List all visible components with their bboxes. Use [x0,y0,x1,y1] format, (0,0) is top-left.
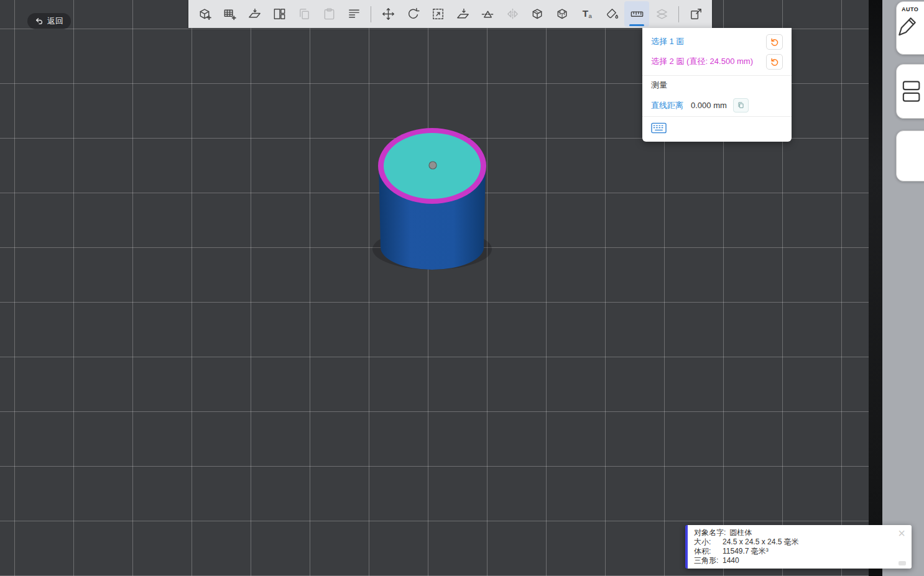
selection-1-label: 选择 1 面 [651,36,684,47]
copy-icon [737,101,745,109]
assembly-icon [655,7,669,21]
toolbar-arrange-button[interactable] [267,1,292,27]
collapse-handle-icon[interactable] [899,561,906,565]
toolbar-paint-button[interactable] [599,1,624,27]
toolbar-mirror-button [500,1,525,27]
back-arrow-icon [35,17,44,25]
main-toolbar: Ta [188,0,712,28]
cut-icon [481,7,495,21]
selection-2-label: 选择 2 圆 (直径: 24.500 mm) [651,56,753,67]
svg-text:a: a [588,12,592,19]
split-objects-icon [530,7,545,21]
object-info-panel: × 对象名字:圆柱体 大小:24.5 x 24.5 x 24.5 毫米 体积:1… [685,525,912,569]
toolbar-split-parts-button[interactable] [550,1,575,27]
cylinder-object[interactable] [348,112,522,280]
rotate-icon [406,7,420,21]
center-point-marker [429,162,437,169]
arrange-icon [272,7,287,21]
measure-panel: 选择 1 面 选择 2 圆 (直径: 24.500 mm) 测量 直线距离 0.… [642,28,792,142]
plates-stack-icon [902,80,923,103]
reset-selection-2-button[interactable] [766,54,783,70]
text-icon: Ta [580,7,594,21]
distance-value: 0.000 mm [691,101,727,110]
info-value: 圆柱体 [729,528,752,537]
split-parts-icon [555,7,570,21]
selection-2-row: 选择 2 圆 (直径: 24.500 mm) [651,52,783,71]
plate-plus-icon [223,7,237,21]
back-button-label: 返回 [47,16,63,27]
divider [642,75,792,76]
info-row-volume: 体积:11549.7 毫米³ [694,547,905,556]
measure-section-title: 测量 [651,80,783,91]
toolbar-text-button[interactable]: Ta [575,1,599,27]
info-value: 24.5 x 24.5 x 24.5 毫米 [723,537,799,546]
info-value: 11549.7 毫米³ [723,547,769,555]
export-icon [689,7,703,21]
svg-text:T: T [582,8,588,19]
auto-label: AUTO [902,6,924,12]
toolbar-paste-button [316,1,341,27]
plate-edge [869,0,882,576]
sidebar-panel-button[interactable] [896,130,924,181]
scale-icon [431,7,445,21]
paint-bucket-icon [605,7,619,21]
copy-icon [297,7,312,21]
reset-selection-1-button[interactable] [766,34,783,50]
toolbar-assembly-button [649,1,674,27]
toolbar-rotate-button[interactable] [400,1,425,27]
divider [642,116,792,117]
toolbar-add-object-button[interactable] [192,1,217,27]
info-value: 1440 [723,556,739,565]
mirror-icon [506,7,520,21]
toolbar-scale-button[interactable] [425,1,450,27]
info-row-triangles: 三角形:1440 [694,556,905,565]
distance-row: 直线距离 0.000 mm [651,98,783,112]
toolbar-auto-orient-button[interactable] [242,1,267,27]
orient-icon [247,7,262,21]
info-row-size: 大小:24.5 x 24.5 x 24.5 毫米 [694,537,905,547]
toolbar-customize-button[interactable] [683,1,708,27]
toolbar-move-button[interactable] [376,1,400,27]
distance-label[interactable]: 直线距离 [651,100,683,111]
toolbar-divider [678,6,679,22]
toolbar-split-objects-button[interactable] [525,1,550,27]
place-face-icon [456,7,470,21]
undo-icon [770,37,779,47]
sidebar-auto-button[interactable]: AUTO [896,1,924,55]
info-label: 三角形: [694,556,719,565]
toolbar-place-on-face-button[interactable] [450,1,475,27]
sidebar-plates-button[interactable] [896,64,924,119]
info-label: 体积: [694,547,719,556]
paste-icon [322,7,336,21]
info-label: 对象名字: [694,528,726,537]
cube-plus-icon [198,7,212,21]
selection-1-row: 选择 1 面 [651,32,783,52]
copy-value-button[interactable] [733,98,749,112]
info-row-name: 对象名字:圆柱体 [694,528,905,537]
toolbar-variable-layer-button[interactable] [341,1,366,27]
close-icon[interactable]: × [898,527,905,539]
undo-icon [770,57,779,66]
keyboard-icon [651,122,667,134]
ruler-icon [630,7,644,21]
layers-icon [347,7,361,21]
toolbar-add-plate-button[interactable] [217,1,242,27]
back-button[interactable]: 返回 [27,13,71,29]
info-label: 大小: [694,537,719,547]
toolbar-copy-button [292,1,316,27]
keyboard-shortcuts-button[interactable] [651,121,667,135]
right-sidebar: AUTO [882,0,924,576]
toolbar-measure-button[interactable] [624,1,649,27]
toolbar-divider [371,6,371,22]
toolbar-cut-button[interactable] [475,1,500,27]
pencil-icon [897,14,918,39]
move-icon [381,7,395,21]
